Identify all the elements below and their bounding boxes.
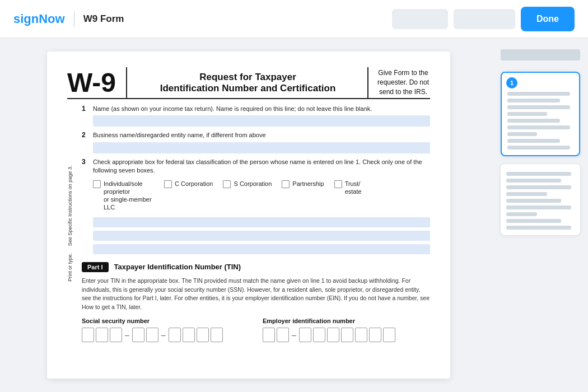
checkbox-item-1[interactable]: Individual/sole proprietoror single-memb… (93, 180, 154, 212)
ein-box-1[interactable] (263, 328, 275, 342)
ssn-box-1[interactable] (82, 328, 94, 342)
thumb-line (506, 212, 537, 216)
ein-dash-1: – (292, 330, 296, 339)
checkboxes-section: Individual/sole proprietoror single-memb… (93, 180, 430, 212)
panel-top-bar (501, 49, 580, 60)
thumb-line (506, 179, 561, 183)
thumb-line (506, 219, 561, 223)
checkbox-individual-label: Individual/sole proprietoror single-memb… (104, 180, 154, 212)
field3-row: 3 Check appropriate box for federal tax … (82, 158, 430, 175)
ssn-boxes: – – (82, 328, 249, 342)
extra-line-3 (93, 244, 430, 254)
ein-box-6[interactable] (341, 328, 353, 342)
form-header: W-9 Request for Taxpayer Identification … (67, 67, 430, 99)
field2-input[interactable] (93, 142, 430, 153)
ssn-box-5[interactable] (146, 328, 158, 342)
field3-block: Check appropriate box for federal tax cl… (93, 158, 430, 175)
checkbox-trust[interactable] (334, 180, 342, 188)
app-header: signNow W9 Form Done (0, 0, 588, 38)
ssn-dash-1: – (125, 330, 129, 339)
thumb-line (506, 206, 571, 209)
thumb-card-1[interactable]: 1 (501, 72, 580, 156)
thumb-line (507, 99, 560, 102)
ssn-box-4[interactable] (132, 328, 144, 342)
header-action-btn1[interactable] (392, 9, 448, 29)
checkbox-c-corp[interactable] (164, 180, 172, 188)
thumb-line (507, 105, 570, 109)
thumb-line (507, 146, 570, 150)
field2-num: 2 (82, 131, 90, 139)
thumb-line (507, 132, 537, 136)
ein-label: Employer identification number (263, 318, 430, 324)
ein-boxes: – (263, 328, 430, 342)
logo-now: Now (39, 12, 64, 26)
side-label-text1: Print or type. (67, 253, 73, 281)
ein-box-7[interactable] (355, 328, 367, 342)
thumb-lines-2 (506, 172, 575, 230)
ein-box-4[interactable] (313, 328, 325, 342)
field1-num: 1 (82, 105, 90, 113)
ssn-box-3[interactable] (110, 328, 122, 342)
thumb-line (507, 92, 570, 96)
field2-row: 2 Business name/disregarded entity name,… (82, 131, 430, 153)
form-title-line2: Identification Number and Certification (137, 83, 358, 94)
form-title-line1: Request for Taxpayer (137, 72, 358, 83)
done-button[interactable]: Done (521, 7, 575, 31)
ein-box-3[interactable] (299, 328, 311, 342)
thumb-line (507, 112, 547, 116)
thumb-line (506, 185, 571, 189)
checkbox-partnership-label: Partnership (292, 180, 324, 188)
checkbox-c-corp-label: C Corporation (175, 180, 213, 188)
thumb-lines-1 (507, 92, 573, 150)
part-header: Part I Taxpayer Identification Number (T… (82, 262, 430, 272)
checkbox-item-2[interactable]: C Corporation (164, 180, 213, 188)
form-title-center: Request for Taxpayer Identification Numb… (137, 67, 368, 98)
logo-sign: sign (13, 12, 39, 26)
ein-box-8[interactable] (369, 328, 381, 342)
header-action-btn2[interactable] (454, 9, 515, 29)
field3-num: 3 (82, 158, 90, 166)
ein-box-2[interactable] (277, 328, 289, 342)
field1-label: Name (as shown on your income tax return… (93, 105, 430, 113)
extra-line-1 (93, 217, 430, 227)
document-area: W-9 Request for Taxpayer Identification … (0, 38, 493, 392)
ssn-label: Social security number (82, 318, 249, 324)
ein-col: Employer identification number – (263, 318, 430, 342)
thumb-line (507, 125, 570, 129)
part-title: Taxpayer Identification Number (TIN) (114, 263, 241, 271)
extra-line-2 (93, 231, 430, 241)
checkbox-item-3[interactable]: S Corporation (223, 180, 272, 188)
header-title: W9 Form (83, 13, 124, 25)
thumb-line (506, 199, 561, 203)
right-panel: 1 (493, 38, 588, 392)
checkbox-individual[interactable] (93, 180, 101, 188)
thumb-line (506, 172, 571, 176)
checkbox-s-corp[interactable] (223, 180, 231, 188)
checkboxes-row: Individual/sole proprietoror single-memb… (93, 180, 430, 212)
logo: signNow (13, 12, 65, 26)
ein-box-9[interactable] (383, 328, 395, 342)
form-content: 1 Name (as shown on your income tax retu… (82, 105, 430, 342)
thumb-line (506, 192, 547, 196)
ssn-box-7[interactable] (183, 328, 195, 342)
field3-label: Check appropriate box for federal tax cl… (93, 158, 430, 175)
field2-block: Business name/disregarded entity name, i… (93, 131, 430, 153)
checkbox-item-5[interactable]: Trust/estate (334, 180, 362, 196)
header-divider (74, 11, 74, 27)
extra-lines (93, 217, 430, 254)
ssn-box-6[interactable] (169, 328, 181, 342)
ssn-col: Social security number – – (82, 318, 249, 342)
field1-row: 1 Name (as shown on your income tax retu… (82, 105, 430, 127)
thumb-line (507, 139, 560, 143)
thumb-card-2[interactable] (501, 164, 580, 235)
ssn-box-8[interactable] (197, 328, 209, 342)
ein-box-5[interactable] (327, 328, 339, 342)
thumb-line (506, 226, 571, 230)
ssn-box-9[interactable] (211, 328, 223, 342)
checkbox-item-4[interactable]: Partnership (282, 180, 324, 188)
checkbox-partnership[interactable] (282, 180, 290, 188)
field1-block: Name (as shown on your income tax return… (93, 105, 430, 127)
field2-label: Business name/disregarded entity name, i… (93, 131, 430, 139)
ssn-box-2[interactable] (96, 328, 108, 342)
field1-input[interactable] (93, 115, 430, 127)
